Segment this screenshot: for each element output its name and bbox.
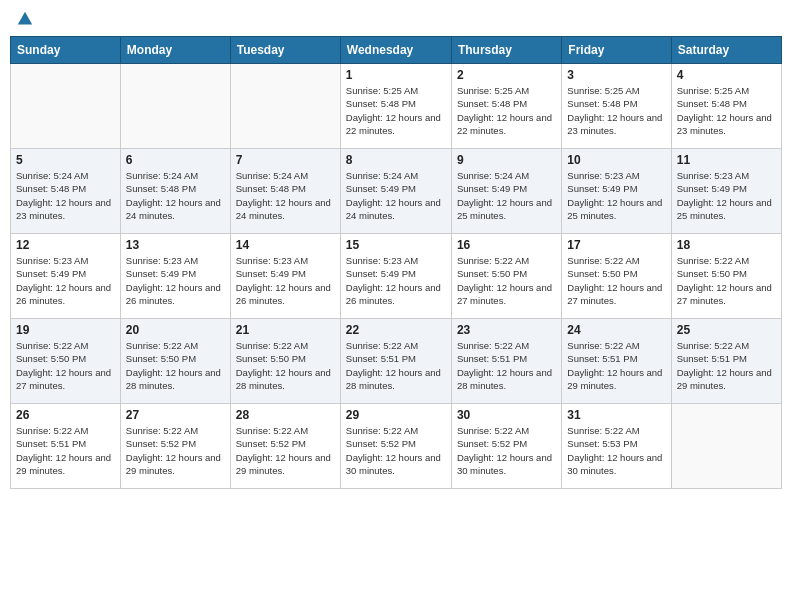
- day-number: 22: [346, 323, 446, 337]
- day-number: 3: [567, 68, 665, 82]
- day-number: 19: [16, 323, 115, 337]
- day-info: Sunrise: 5:22 AMSunset: 5:51 PMDaylight:…: [677, 339, 776, 392]
- calendar-cell-day: 4Sunrise: 5:25 AMSunset: 5:48 PMDaylight…: [671, 64, 781, 149]
- calendar-cell-day: 29Sunrise: 5:22 AMSunset: 5:52 PMDayligh…: [340, 404, 451, 489]
- day-number: 26: [16, 408, 115, 422]
- day-info: Sunrise: 5:24 AMSunset: 5:48 PMDaylight:…: [236, 169, 335, 222]
- day-info: Sunrise: 5:25 AMSunset: 5:48 PMDaylight:…: [677, 84, 776, 137]
- calendar-cell-day: 21Sunrise: 5:22 AMSunset: 5:50 PMDayligh…: [230, 319, 340, 404]
- calendar-cell-day: 11Sunrise: 5:23 AMSunset: 5:49 PMDayligh…: [671, 149, 781, 234]
- day-info: Sunrise: 5:23 AMSunset: 5:49 PMDaylight:…: [346, 254, 446, 307]
- day-info: Sunrise: 5:22 AMSunset: 5:52 PMDaylight:…: [236, 424, 335, 477]
- calendar-cell-day: 28Sunrise: 5:22 AMSunset: 5:52 PMDayligh…: [230, 404, 340, 489]
- day-number: 8: [346, 153, 446, 167]
- calendar-cell-day: 1Sunrise: 5:25 AMSunset: 5:48 PMDaylight…: [340, 64, 451, 149]
- day-number: 29: [346, 408, 446, 422]
- day-info: Sunrise: 5:24 AMSunset: 5:48 PMDaylight:…: [126, 169, 225, 222]
- weekday-header-monday: Monday: [120, 37, 230, 64]
- day-info: Sunrise: 5:23 AMSunset: 5:49 PMDaylight:…: [677, 169, 776, 222]
- day-info: Sunrise: 5:24 AMSunset: 5:49 PMDaylight:…: [346, 169, 446, 222]
- day-number: 15: [346, 238, 446, 252]
- day-number: 9: [457, 153, 556, 167]
- day-info: Sunrise: 5:25 AMSunset: 5:48 PMDaylight:…: [567, 84, 665, 137]
- day-number: 27: [126, 408, 225, 422]
- page-header: [10, 10, 782, 28]
- day-number: 11: [677, 153, 776, 167]
- day-info: Sunrise: 5:23 AMSunset: 5:49 PMDaylight:…: [567, 169, 665, 222]
- calendar-cell-day: 17Sunrise: 5:22 AMSunset: 5:50 PMDayligh…: [562, 234, 671, 319]
- weekday-header-tuesday: Tuesday: [230, 37, 340, 64]
- day-info: Sunrise: 5:22 AMSunset: 5:51 PMDaylight:…: [567, 339, 665, 392]
- day-info: Sunrise: 5:22 AMSunset: 5:53 PMDaylight:…: [567, 424, 665, 477]
- day-info: Sunrise: 5:22 AMSunset: 5:50 PMDaylight:…: [567, 254, 665, 307]
- calendar-cell-day: 13Sunrise: 5:23 AMSunset: 5:49 PMDayligh…: [120, 234, 230, 319]
- calendar-cell-day: 31Sunrise: 5:22 AMSunset: 5:53 PMDayligh…: [562, 404, 671, 489]
- calendar-cell-empty: [671, 404, 781, 489]
- calendar-cell-day: 25Sunrise: 5:22 AMSunset: 5:51 PMDayligh…: [671, 319, 781, 404]
- calendar-cell-day: 22Sunrise: 5:22 AMSunset: 5:51 PMDayligh…: [340, 319, 451, 404]
- calendar-cell-day: 23Sunrise: 5:22 AMSunset: 5:51 PMDayligh…: [451, 319, 561, 404]
- day-number: 13: [126, 238, 225, 252]
- day-number: 7: [236, 153, 335, 167]
- day-number: 5: [16, 153, 115, 167]
- day-info: Sunrise: 5:22 AMSunset: 5:52 PMDaylight:…: [346, 424, 446, 477]
- calendar-cell-day: 2Sunrise: 5:25 AMSunset: 5:48 PMDaylight…: [451, 64, 561, 149]
- day-info: Sunrise: 5:22 AMSunset: 5:52 PMDaylight:…: [126, 424, 225, 477]
- weekday-header-sunday: Sunday: [11, 37, 121, 64]
- calendar-cell-day: 10Sunrise: 5:23 AMSunset: 5:49 PMDayligh…: [562, 149, 671, 234]
- calendar-header-row: SundayMondayTuesdayWednesdayThursdayFrid…: [11, 37, 782, 64]
- day-info: Sunrise: 5:22 AMSunset: 5:50 PMDaylight:…: [236, 339, 335, 392]
- calendar-cell-empty: [120, 64, 230, 149]
- calendar-cell-empty: [11, 64, 121, 149]
- day-number: 16: [457, 238, 556, 252]
- calendar-week-row: 5Sunrise: 5:24 AMSunset: 5:48 PMDaylight…: [11, 149, 782, 234]
- day-info: Sunrise: 5:23 AMSunset: 5:49 PMDaylight:…: [236, 254, 335, 307]
- calendar-cell-day: 9Sunrise: 5:24 AMSunset: 5:49 PMDaylight…: [451, 149, 561, 234]
- day-info: Sunrise: 5:22 AMSunset: 5:50 PMDaylight:…: [457, 254, 556, 307]
- day-info: Sunrise: 5:22 AMSunset: 5:51 PMDaylight:…: [16, 424, 115, 477]
- day-number: 25: [677, 323, 776, 337]
- day-info: Sunrise: 5:25 AMSunset: 5:48 PMDaylight:…: [457, 84, 556, 137]
- day-number: 6: [126, 153, 225, 167]
- calendar-cell-day: 24Sunrise: 5:22 AMSunset: 5:51 PMDayligh…: [562, 319, 671, 404]
- day-number: 24: [567, 323, 665, 337]
- calendar-cell-day: 14Sunrise: 5:23 AMSunset: 5:49 PMDayligh…: [230, 234, 340, 319]
- calendar-cell-day: 26Sunrise: 5:22 AMSunset: 5:51 PMDayligh…: [11, 404, 121, 489]
- day-number: 20: [126, 323, 225, 337]
- calendar-cell-empty: [230, 64, 340, 149]
- calendar-cell-day: 30Sunrise: 5:22 AMSunset: 5:52 PMDayligh…: [451, 404, 561, 489]
- logo-icon: [16, 10, 34, 28]
- weekday-header-thursday: Thursday: [451, 37, 561, 64]
- day-info: Sunrise: 5:22 AMSunset: 5:51 PMDaylight:…: [457, 339, 556, 392]
- svg-marker-0: [18, 12, 32, 25]
- calendar-cell-day: 8Sunrise: 5:24 AMSunset: 5:49 PMDaylight…: [340, 149, 451, 234]
- calendar-cell-day: 7Sunrise: 5:24 AMSunset: 5:48 PMDaylight…: [230, 149, 340, 234]
- day-number: 28: [236, 408, 335, 422]
- calendar-cell-day: 6Sunrise: 5:24 AMSunset: 5:48 PMDaylight…: [120, 149, 230, 234]
- day-info: Sunrise: 5:24 AMSunset: 5:48 PMDaylight:…: [16, 169, 115, 222]
- day-number: 17: [567, 238, 665, 252]
- logo: [14, 10, 34, 28]
- calendar-week-row: 26Sunrise: 5:22 AMSunset: 5:51 PMDayligh…: [11, 404, 782, 489]
- day-number: 18: [677, 238, 776, 252]
- weekday-header-friday: Friday: [562, 37, 671, 64]
- calendar-table: SundayMondayTuesdayWednesdayThursdayFrid…: [10, 36, 782, 489]
- calendar-cell-day: 3Sunrise: 5:25 AMSunset: 5:48 PMDaylight…: [562, 64, 671, 149]
- weekday-header-saturday: Saturday: [671, 37, 781, 64]
- calendar-cell-day: 5Sunrise: 5:24 AMSunset: 5:48 PMDaylight…: [11, 149, 121, 234]
- calendar-cell-day: 12Sunrise: 5:23 AMSunset: 5:49 PMDayligh…: [11, 234, 121, 319]
- day-info: Sunrise: 5:24 AMSunset: 5:49 PMDaylight:…: [457, 169, 556, 222]
- day-info: Sunrise: 5:25 AMSunset: 5:48 PMDaylight:…: [346, 84, 446, 137]
- calendar-cell-day: 18Sunrise: 5:22 AMSunset: 5:50 PMDayligh…: [671, 234, 781, 319]
- day-number: 31: [567, 408, 665, 422]
- calendar-week-row: 1Sunrise: 5:25 AMSunset: 5:48 PMDaylight…: [11, 64, 782, 149]
- day-info: Sunrise: 5:23 AMSunset: 5:49 PMDaylight:…: [16, 254, 115, 307]
- day-info: Sunrise: 5:22 AMSunset: 5:52 PMDaylight:…: [457, 424, 556, 477]
- calendar-week-row: 19Sunrise: 5:22 AMSunset: 5:50 PMDayligh…: [11, 319, 782, 404]
- day-number: 30: [457, 408, 556, 422]
- day-info: Sunrise: 5:22 AMSunset: 5:50 PMDaylight:…: [677, 254, 776, 307]
- weekday-header-wednesday: Wednesday: [340, 37, 451, 64]
- calendar-cell-day: 16Sunrise: 5:22 AMSunset: 5:50 PMDayligh…: [451, 234, 561, 319]
- day-number: 12: [16, 238, 115, 252]
- day-number: 1: [346, 68, 446, 82]
